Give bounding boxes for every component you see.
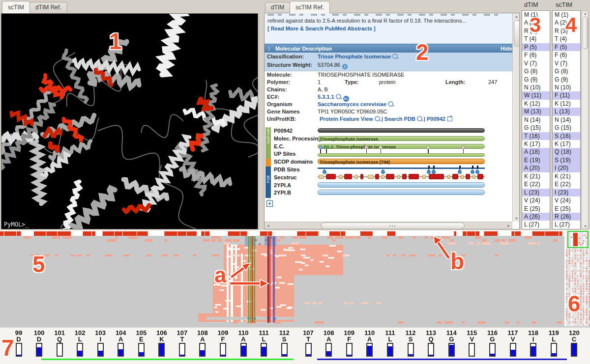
horizontal-scrollbar[interactable]: ◂ ▸ (265, 222, 512, 229)
residue-row[interactable]: T (4) (553, 35, 580, 43)
protein-structure-canvas[interactable] (1, 14, 258, 229)
residue-row[interactable]: A (18) (522, 148, 550, 156)
residue-row[interactable]: L (23) (522, 189, 550, 196)
residue-row[interactable]: L (27) (553, 221, 580, 228)
track-bar-p00942[interactable] (318, 128, 485, 133)
residue-row[interactable]: G (15) (553, 124, 580, 132)
residue-row[interactable]: N (14) (522, 116, 550, 124)
sctim-residue-list[interactable]: M (1)A (2)R (3)T (4)F (5)F (6)V (7)G (8)… (552, 10, 581, 229)
info-icon[interactable]: i (342, 64, 348, 69)
hide-button[interactable]: Hide (501, 44, 512, 53)
conservation-bar-column[interactable]: 110A (237, 330, 250, 357)
residue-row[interactable]: K (21) (553, 172, 580, 180)
vertical-scrollbar[interactable]: ▴ ▾ (512, 13, 520, 222)
conservation-bar-column[interactable]: 103I (94, 330, 107, 357)
up-site-marker[interactable] (324, 145, 328, 149)
conservation-bar-column[interactable]: 109F (343, 330, 355, 357)
tab-sctim-structure[interactable]: scTIM (2, 1, 30, 13)
search-icon[interactable] (375, 116, 380, 121)
vertical-scroll-thumb[interactable] (514, 20, 520, 47)
conservation-bar-column[interactable]: 110A (363, 330, 376, 357)
residue-row[interactable]: G (9) (553, 76, 580, 84)
residue-row[interactable]: T (4) (522, 35, 550, 43)
info-value[interactable]: 5.3.1.1EC (318, 94, 349, 102)
classification-link[interactable]: Triose Phosphate Isomerase (318, 54, 398, 59)
conservation-bar-column[interactable]: 105E (135, 330, 148, 357)
conservation-bar-column[interactable]: 106K (155, 330, 168, 357)
residue-row[interactable]: A (2) (522, 19, 550, 27)
uniprot-link[interactable]: P00942 (427, 116, 445, 122)
conservation-bar-column[interactable]: 109F (217, 330, 230, 357)
pdb-site-marker[interactable] (475, 170, 479, 174)
alignment-overview[interactable] (0, 230, 590, 327)
up-site-marker[interactable] (319, 145, 323, 149)
residue-row[interactable]: F (6) (522, 51, 550, 59)
residue-row[interactable]: R (3) (522, 27, 550, 35)
residue-row[interactable]: K (17) (553, 140, 580, 148)
info-value[interactable]: Saccharomyces cerevisiae (318, 101, 393, 107)
dtim-residue-list[interactable]: M (1)A (2)R (3)T (4)P (5)F (6)V (7)G (8)… (522, 10, 550, 229)
residue-row[interactable]: R (26) (553, 213, 580, 221)
conservation-bar-column[interactable]: 99D (12, 330, 25, 357)
residue-row[interactable]: A (2) (553, 19, 580, 27)
residue-row[interactable]: V (24) (522, 196, 550, 204)
residue-row[interactable]: F (6) (553, 51, 580, 59)
residue-row[interactable]: T (16) (522, 132, 550, 140)
up-site-marker[interactable] (426, 145, 430, 149)
conservation-bar-column[interactable]: 111L (258, 330, 270, 357)
residue-scroll-thumb[interactable] (583, 17, 588, 49)
residue-row[interactable]: K (17) (522, 140, 550, 148)
conservation-bar-column[interactable]: 112S (278, 330, 291, 357)
residue-row[interactable]: M (13) (522, 108, 550, 115)
conservation-bar-column[interactable]: 100D (33, 330, 46, 357)
pdb-site-marker[interactable] (381, 170, 385, 174)
molecular-description-header[interactable]: ↕ Molecular Description Hide (265, 44, 513, 53)
conservation-bar-column[interactable]: 118I (527, 330, 540, 357)
residue-row[interactable]: F (11) (553, 91, 580, 99)
residue-list-scrollbar[interactable]: ▴ ▾ (581, 10, 589, 229)
conservation-bar-column[interactable]: 102L (74, 330, 87, 357)
residue-row[interactable]: W (11) (522, 91, 550, 99)
conservation-bar-column[interactable]: 111L (384, 330, 396, 357)
search-icon[interactable] (417, 116, 422, 121)
uniprot-link[interactable]: Protein Feature View (320, 116, 373, 122)
residue-row[interactable]: S (16) (553, 132, 580, 140)
alignment-canvas[interactable] (0, 230, 590, 327)
residue-row[interactable]: N (10) (553, 84, 580, 91)
residue-row[interactable]: E (22) (522, 180, 550, 188)
search-icon[interactable] (388, 101, 393, 107)
residue-row[interactable]: V (7) (522, 59, 550, 67)
residue-row[interactable]: G (9) (522, 76, 550, 84)
scroll-down-icon[interactable]: ▾ (513, 216, 520, 221)
residue-row[interactable]: V (24) (553, 196, 580, 204)
tab-dtim-ref-structure[interactable]: dTIM Ref. (30, 2, 67, 13)
residue-row[interactable]: F (5) (553, 43, 580, 51)
conservation-bar-column[interactable]: 114G (445, 330, 458, 357)
track-bar-chain[interactable] (318, 190, 485, 195)
conservation-bar-column[interactable]: 117V (506, 330, 519, 357)
residue-row[interactable]: P (5) (522, 43, 550, 51)
residue-row[interactable]: M (1) (522, 11, 550, 19)
conservation-bar-column[interactable]: 108A (196, 330, 209, 357)
residue-row[interactable]: A (26) (522, 213, 550, 221)
residue-row[interactable]: E (25) (522, 205, 550, 213)
residue-row[interactable]: G (8) (522, 67, 550, 75)
residue-row[interactable]: K (21) (522, 172, 550, 180)
residue-row[interactable]: L (13) (553, 108, 580, 115)
conservation-bar-column[interactable]: 113Q (425, 330, 438, 357)
conservation-bar-column[interactable]: 119L (547, 330, 560, 357)
track-bar-upsites[interactable] (318, 153, 485, 157)
residue-row[interactable]: N (10) (522, 84, 550, 91)
pymol-viewer[interactable]: PyMOL>_ (1, 13, 258, 229)
external-link-icon[interactable] (447, 116, 452, 121)
reorder-icon[interactable]: ↕ (267, 44, 270, 53)
conservation-bar-column[interactable]: 107T (176, 330, 188, 357)
residue-row[interactable]: E (22) (553, 180, 580, 188)
residue-row[interactable]: E (25) (553, 205, 580, 213)
conservation-bar-column[interactable]: 120C (568, 330, 581, 357)
search-icon[interactable] (392, 54, 398, 59)
residue-row[interactable]: N (14) (553, 116, 580, 124)
residue-row[interactable]: I (20) (553, 164, 580, 172)
conservation-bar-column[interactable]: 107T (302, 330, 315, 357)
uniprot-link[interactable]: Search PDB (384, 116, 415, 122)
